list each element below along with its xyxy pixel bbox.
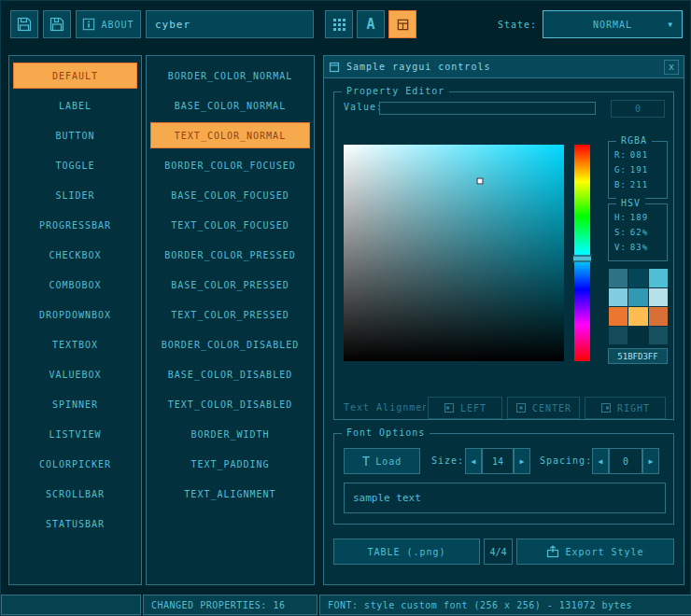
- palette-swatch[interactable]: [609, 307, 628, 326]
- palette-swatch[interactable]: [628, 307, 647, 326]
- control-item-colorpicker[interactable]: COLORPICKER: [13, 451, 137, 477]
- font-spacing-decrement-button[interactable]: ◀: [592, 448, 609, 474]
- statusbar-changed-properties: CHANGED PROPERTIES: 16: [143, 595, 317, 615]
- style-palette: [609, 269, 668, 344]
- hue-bar[interactable]: [574, 145, 590, 361]
- window-icon: [329, 62, 340, 73]
- controls-table-view-button[interactable]: [388, 10, 416, 38]
- font-spacing-increment-button[interactable]: ▶: [642, 448, 659, 474]
- palette-swatch[interactable]: [628, 269, 647, 287]
- color-picker-cursor[interactable]: [477, 178, 484, 185]
- palette-swatch[interactable]: [609, 288, 628, 307]
- align-left-label: LEFT: [460, 403, 487, 413]
- info-icon: [82, 18, 95, 31]
- font-t-icon: T: [362, 454, 370, 469]
- control-item-progressbar[interactable]: PROGRESSBAR: [13, 212, 137, 238]
- rgba-b-row: B:211: [609, 178, 667, 192]
- control-item-valuebox[interactable]: VALUEBOX: [13, 361, 137, 387]
- align-left-icon: [444, 402, 455, 413]
- font-size-increment-button[interactable]: ▶: [514, 448, 530, 474]
- hue-slider-handle[interactable]: [572, 255, 592, 261]
- property-item-base_color_normal[interactable]: BASE_COLOR_NORMAL: [150, 92, 310, 119]
- arrow-right-icon: ▶: [649, 457, 654, 466]
- control-item-button[interactable]: BUTTON: [13, 122, 137, 148]
- save-style-button[interactable]: [10, 10, 38, 38]
- control-item-default[interactable]: DEFAULT: [13, 63, 137, 89]
- style-name-input[interactable]: cyber: [146, 10, 314, 38]
- align-center-button[interactable]: CENTER: [507, 397, 580, 419]
- palette-swatch[interactable]: [649, 327, 668, 345]
- property-item-border_width[interactable]: BORDER_WIDTH: [150, 421, 310, 447]
- palette-swatch[interactable]: [649, 288, 668, 307]
- table-png-label: TABLE (.png): [367, 547, 445, 557]
- property-item-border_color_normal[interactable]: BORDER_COLOR_NORMAL: [150, 63, 310, 89]
- property-item-text_color_disabled[interactable]: TEXT_COLOR_DISABLED: [150, 391, 310, 417]
- hsv-s-row: S:62%: [609, 226, 667, 240]
- property-item-border_color_disabled[interactable]: BORDER_COLOR_DISABLED: [150, 331, 310, 357]
- property-item-base_color_pressed[interactable]: BASE_COLOR_PRESSED: [150, 272, 310, 298]
- palette-swatch[interactable]: [649, 269, 668, 287]
- window-title: Sample raygui controls: [346, 62, 490, 72]
- control-item-checkbox[interactable]: CHECKBOX: [13, 242, 137, 268]
- align-right-icon: [600, 402, 612, 413]
- property-item-text_alignment[interactable]: TEXT_ALIGNMENT: [150, 481, 310, 507]
- align-left-button[interactable]: LEFT: [428, 397, 502, 419]
- control-item-statusbar[interactable]: STATUSBAR: [13, 511, 137, 537]
- control-item-scrollbar[interactable]: SCROLLBAR: [13, 481, 137, 507]
- statusbar-font-info: FONT: style custom font (256 x 256) - 13…: [319, 595, 691, 615]
- control-item-combobox[interactable]: COMBOBOX: [13, 272, 137, 298]
- font-spacing-value[interactable]: 0: [609, 448, 642, 474]
- color-picker-panel[interactable]: [344, 145, 564, 361]
- font-atlas-button[interactable]: A: [357, 10, 385, 38]
- control-item-toggle[interactable]: TOGGLE: [13, 152, 137, 178]
- rgba-r-row: R:081: [609, 148, 667, 162]
- control-item-dropdownbox[interactable]: DROPDOWNBOX: [13, 301, 137, 328]
- table-png-button[interactable]: TABLE (.png): [333, 539, 480, 565]
- property-item-text_color_focused[interactable]: TEXT_COLOR_FOCUSED: [150, 212, 310, 238]
- property-item-text_color_pressed[interactable]: TEXT_COLOR_PRESSED: [150, 301, 310, 328]
- control-item-label[interactable]: LABEL: [13, 92, 137, 119]
- arrow-left-icon: ◀: [599, 457, 603, 466]
- property-item-border_color_focused[interactable]: BORDER_COLOR_FOCUSED: [150, 152, 310, 178]
- sample-text-input[interactable]: sample text: [344, 483, 666, 513]
- palette-swatch[interactable]: [609, 327, 628, 345]
- control-item-textbox[interactable]: TEXTBOX: [13, 331, 137, 357]
- property-item-text_color_normal[interactable]: TEXT_COLOR_NORMAL: [150, 122, 310, 148]
- text-alignment-label: Text Alignment:: [344, 397, 426, 419]
- font-size-decrement-button[interactable]: ◀: [465, 448, 482, 474]
- rgba-g-row: G:191: [609, 163, 667, 177]
- window-table-icon: [396, 18, 410, 32]
- property-item-text_padding[interactable]: TEXT_PADDING: [150, 451, 310, 477]
- control-item-slider[interactable]: SLIDER: [13, 182, 137, 208]
- save-style-as-button[interactable]: [43, 10, 71, 38]
- property-item-border_color_pressed[interactable]: BORDER_COLOR_PRESSED: [150, 242, 310, 268]
- load-font-button[interactable]: T Load: [344, 448, 420, 474]
- chevron-down-icon: ▼: [668, 21, 673, 29]
- load-font-label: Load: [375, 456, 402, 467]
- control-item-spinner[interactable]: SPINNER: [13, 391, 137, 417]
- property-item-base_color_focused[interactable]: BASE_COLOR_FOCUSED: [150, 182, 310, 208]
- palette-swatch[interactable]: [628, 288, 647, 307]
- property-item-base_color_disabled[interactable]: BASE_COLOR_DISABLED: [150, 361, 310, 387]
- hex-color-input[interactable]: 51BFD3FF: [608, 348, 668, 364]
- palette-swatch[interactable]: [609, 269, 628, 287]
- export-style-button[interactable]: Export Style: [516, 539, 674, 565]
- value-slider[interactable]: [379, 102, 596, 115]
- close-icon[interactable]: x: [664, 60, 679, 75]
- export-style-label: Export Style: [565, 547, 643, 557]
- palette-swatch[interactable]: [628, 327, 647, 345]
- state-label: State:: [466, 10, 537, 38]
- table-pages-value[interactable]: 4/4: [484, 539, 513, 565]
- font-size-label: Size:: [431, 448, 464, 474]
- align-right-button[interactable]: RIGHT: [585, 397, 666, 419]
- hsv-group: HSV H:189 S:62% V:83%: [608, 203, 668, 261]
- grid-view-button[interactable]: [325, 10, 353, 38]
- palette-swatch[interactable]: [649, 307, 668, 326]
- properties-list: BORDER_COLOR_NORMALBASE_COLOR_NORMALTEXT…: [146, 55, 315, 585]
- font-size-value[interactable]: 14: [482, 448, 514, 474]
- about-button[interactable]: ABOUT: [76, 10, 141, 38]
- control-item-listview[interactable]: LISTVIEW: [13, 421, 137, 447]
- state-dropdown[interactable]: NORMAL ▼: [543, 10, 683, 38]
- value-box[interactable]: 0: [611, 100, 665, 118]
- rgba-group: RGBA R:081 G:191 B:211: [608, 141, 668, 199]
